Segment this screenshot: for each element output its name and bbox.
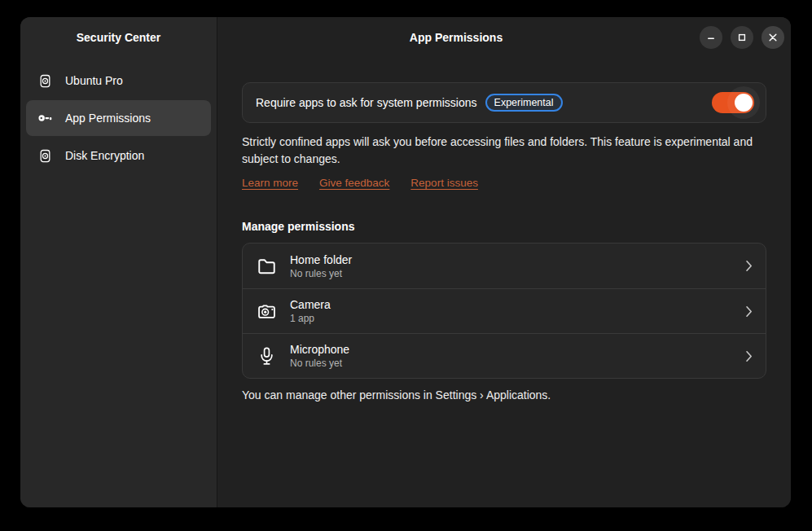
- maximize-icon: [735, 31, 748, 44]
- sidebar: Security Center Ubuntu Pro: [20, 17, 217, 507]
- microphone-icon: [256, 345, 278, 367]
- page-title: App Permissions: [217, 31, 695, 44]
- permission-row-camera[interactable]: Camera 1 app: [243, 288, 766, 333]
- camera-icon: [256, 301, 278, 323]
- close-button[interactable]: [762, 26, 784, 49]
- permission-text: Home folder No rules yet: [290, 253, 352, 279]
- permission-subtitle: No rules yet: [290, 358, 349, 369]
- chevron-right-icon: [745, 260, 753, 272]
- sidebar-item-label: App Permissions: [65, 112, 151, 125]
- sidebar-item-app-permissions[interactable]: App Permissions: [26, 100, 211, 136]
- require-permissions-toggle[interactable]: [712, 92, 754, 113]
- disk-encryption-icon: [37, 148, 52, 163]
- permission-text: Microphone No rules yet: [290, 343, 349, 369]
- content: Require apps to ask for system permissio…: [217, 58, 791, 402]
- maximize-button[interactable]: [731, 26, 753, 49]
- close-icon: [766, 31, 779, 44]
- sidebar-item-ubuntu-pro[interactable]: Ubuntu Pro: [26, 63, 211, 99]
- permission-row-microphone[interactable]: Microphone No rules yet: [243, 333, 766, 378]
- permission-title: Microphone: [290, 343, 349, 356]
- report-issues-link[interactable]: Report issues: [410, 177, 478, 189]
- experimental-badge: Experimental: [485, 94, 563, 112]
- sidebar-item-disk-encryption[interactable]: Disk Encryption: [26, 138, 211, 173]
- permission-subtitle: No rules yet: [290, 268, 352, 279]
- toggle-knob: [735, 94, 753, 112]
- sidebar-header: Security Center: [20, 17, 217, 58]
- sidebar-item-label: Disk Encryption: [65, 149, 144, 162]
- chevron-right-icon: [745, 305, 753, 318]
- sidebar-title: Security Center: [77, 31, 160, 44]
- learn-more-link[interactable]: Learn more: [242, 177, 298, 189]
- require-permissions-label: Require apps to ask for system permissio…: [256, 96, 477, 109]
- manage-permissions-heading: Manage permissions: [242, 220, 766, 233]
- require-permissions-card: Require apps to ask for system permissio…: [242, 82, 766, 123]
- minimize-button[interactable]: [700, 26, 722, 49]
- give-feedback-link[interactable]: Give feedback: [319, 177, 389, 189]
- chevron-right-icon: [745, 350, 753, 362]
- window-controls: [700, 26, 784, 49]
- feature-description: Strictly confined apps will ask you befo…: [242, 134, 763, 168]
- sidebar-nav: Ubuntu Pro App Permissions: [20, 58, 217, 178]
- ubuntu-pro-icon: [37, 73, 52, 88]
- permissions-list: Home folder No rules yet: [242, 243, 766, 379]
- permission-subtitle: 1 app: [290, 313, 331, 324]
- headerbar: App Permissions: [217, 17, 791, 58]
- minimize-icon: [704, 31, 718, 44]
- main-pane: App Permissions: [217, 17, 791, 507]
- key-icon: [37, 111, 52, 125]
- other-permissions-note: You can manage other permissions in Sett…: [242, 388, 766, 402]
- links-row: Learn more Give feedback Report issues: [242, 177, 766, 189]
- permission-row-home-folder[interactable]: Home folder No rules yet: [243, 244, 766, 288]
- permission-title: Camera: [290, 298, 331, 311]
- security-center-window: Security Center Ubuntu Pro: [20, 17, 791, 507]
- permission-text: Camera 1 app: [290, 298, 331, 324]
- permission-title: Home folder: [290, 253, 352, 266]
- sidebar-item-label: Ubuntu Pro: [65, 74, 123, 87]
- folder-icon: [256, 255, 278, 277]
